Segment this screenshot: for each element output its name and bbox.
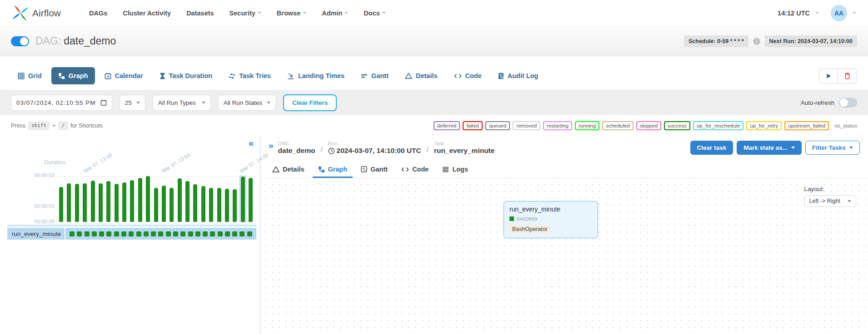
duration-bar[interactable] [105, 176, 111, 222]
task-instance-square[interactable] [114, 231, 119, 236]
task-instance-square[interactable] [218, 231, 223, 236]
task-instance-square[interactable] [180, 231, 185, 236]
utc-clock[interactable]: 14:12 UTC [778, 10, 810, 17]
legend-up-for-reschedule[interactable]: up_for_reschedule [693, 121, 743, 130]
run-types-select[interactable]: All Run Types [153, 95, 211, 111]
duration-bar[interactable] [185, 176, 190, 222]
detail-tab-graph[interactable]: Graph [313, 162, 353, 178]
duration-bar[interactable] [153, 176, 159, 222]
task-instance-square[interactable] [85, 231, 90, 236]
task-instance-square[interactable] [129, 231, 134, 236]
task-instance-square[interactable] [203, 231, 208, 236]
legend-failed[interactable]: failed [463, 121, 483, 130]
task-instance-square[interactable] [166, 231, 171, 236]
tab-audit-log[interactable]: Audit Log [491, 67, 545, 84]
task-instance-square[interactable] [151, 231, 156, 236]
chevron-down-icon[interactable] [853, 12, 856, 14]
duration-bar[interactable] [137, 176, 143, 222]
task-node-run-every-minute[interactable]: run_every_minute success BashOperator [504, 201, 598, 238]
task-instance-square[interactable] [173, 231, 178, 236]
legend-scheduled[interactable]: scheduled [602, 121, 633, 130]
duration-bar[interactable] [98, 176, 104, 222]
duration-bar[interactable] [216, 176, 222, 222]
dag-pause-toggle[interactable] [11, 36, 29, 46]
duration-bar[interactable] [232, 176, 238, 222]
duration-bar[interactable] [208, 176, 214, 222]
detail-tab-code[interactable]: Code [396, 162, 434, 178]
layout-select[interactable]: Left -> Right [804, 195, 856, 207]
task-instance-square[interactable] [144, 231, 149, 236]
legend-up-for-retry[interactable]: up_for_retry [746, 121, 782, 130]
clear-filters-button[interactable]: Clear Filters [283, 94, 337, 111]
nav-item-security[interactable]: Security [223, 5, 268, 21]
legend-removed[interactable]: removed [513, 121, 540, 130]
avatar[interactable]: AA [831, 5, 847, 21]
tab-gantt[interactable]: Gantt [354, 67, 395, 84]
auto-refresh-toggle[interactable] [839, 98, 857, 108]
task-instance-square[interactable] [239, 231, 244, 236]
detail-tab-details[interactable]: Details [267, 162, 310, 178]
chevron-down-icon[interactable] [815, 12, 819, 14]
tab-grid[interactable]: Grid [11, 67, 49, 84]
tab-task-duration[interactable]: Task Duration [153, 67, 219, 84]
duration-bar[interactable] [74, 176, 80, 222]
task-instance-square[interactable] [232, 231, 237, 236]
tab-code[interactable]: Code [447, 67, 489, 84]
task-instance-square[interactable] [158, 231, 163, 236]
duration-bar[interactable] [200, 176, 206, 222]
expand-panel-icon[interactable]: » [269, 141, 274, 151]
task-instance-square[interactable] [77, 231, 82, 236]
duration-bar[interactable] [240, 176, 246, 222]
delete-dag-button[interactable] [838, 69, 857, 84]
nav-item-dags[interactable]: DAGs [83, 5, 114, 21]
nav-item-admin[interactable]: Admin [315, 5, 354, 21]
task-instance-square[interactable] [188, 231, 193, 236]
legend-deferred[interactable]: deferred [434, 121, 460, 130]
filter-tasks-button[interactable]: Filter Tasks [805, 141, 860, 155]
graph-canvas[interactable]: Layout: Left -> Right run_every_minute s… [260, 178, 868, 334]
mark-state-as-button[interactable]: Mark state as... [737, 141, 802, 155]
clear-task-button[interactable]: Clear task [690, 141, 733, 155]
airflow-brand[interactable]: Airflow [12, 5, 61, 22]
duration-bar[interactable] [192, 176, 198, 222]
duration-bar[interactable] [66, 176, 72, 222]
task-instance-square[interactable] [92, 231, 97, 236]
tab-graph[interactable]: Graph [51, 67, 95, 84]
legend-restarting[interactable]: restarting [543, 121, 572, 130]
info-icon[interactable] [753, 38, 760, 45]
detail-tab-gantt[interactable]: Gantt [355, 162, 393, 178]
duration-bar[interactable] [224, 176, 230, 222]
legend-skipped[interactable]: skipped [636, 121, 662, 130]
duration-bar[interactable] [129, 176, 135, 222]
legend-upstream-failed[interactable]: upstream_failed [784, 121, 829, 130]
schedule-badge[interactable]: Schedule: 0-59 * * * * [684, 35, 748, 47]
task-instance-square[interactable] [136, 231, 141, 236]
duration-bar[interactable] [114, 176, 120, 222]
duration-bar[interactable] [248, 176, 254, 222]
breadcrumb-run[interactable]: Run 2024-03-07, 14:10:00 UTC [328, 141, 421, 155]
duration-bar[interactable] [121, 176, 127, 222]
tab-landing-times[interactable]: Landing Times [280, 67, 351, 84]
duration-bar[interactable] [82, 176, 88, 222]
legend-queued[interactable]: queued [485, 121, 510, 130]
nav-item-cluster-activity[interactable]: Cluster Activity [116, 5, 177, 21]
task-row-label[interactable]: run_every_minute [7, 228, 65, 240]
task-instance-square[interactable] [70, 231, 75, 236]
task-instance-square[interactable] [225, 231, 230, 236]
task-instance-square[interactable] [247, 231, 252, 236]
nav-item-browse[interactable]: Browse [270, 5, 313, 21]
next-run-badge[interactable]: Next Run: 2024-03-07, 14:10:00 [765, 35, 857, 47]
duration-bar[interactable] [161, 176, 167, 222]
tab-task-tries[interactable]: Task Tries [222, 67, 278, 84]
duration-bar[interactable] [169, 176, 175, 222]
trigger-dag-button[interactable] [819, 69, 838, 84]
duration-bar[interactable] [177, 176, 183, 222]
task-instance-square[interactable] [99, 231, 104, 236]
detail-tab-logs[interactable]: Logs [437, 162, 474, 178]
base-date-input[interactable]: 03/07/2024, 02:10:55 PM [11, 95, 112, 111]
duration-bar[interactable] [90, 176, 96, 222]
nav-item-docs[interactable]: Docs [357, 5, 392, 21]
duration-bar[interactable] [145, 176, 151, 222]
task-instance-square[interactable] [106, 231, 111, 236]
nav-item-datasets[interactable]: Datasets [180, 5, 220, 21]
